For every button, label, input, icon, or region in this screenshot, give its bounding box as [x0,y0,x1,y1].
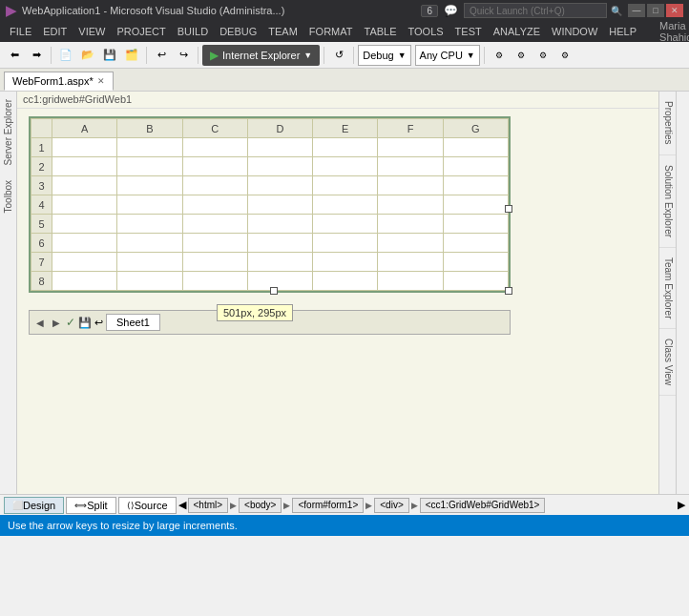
cell-6-E[interactable] [313,234,378,253]
cell-4-E[interactable] [313,195,378,215]
cell-5-C[interactable] [182,215,247,234]
class-view-tab[interactable]: Class View [659,329,676,396]
cell-3-D[interactable] [247,176,312,195]
server-explorer-tab[interactable]: Server Explorer [1,92,15,173]
bc-form[interactable]: <form#form1> [292,498,364,513]
cell-5-A[interactable] [52,215,117,234]
properties-panel-tab[interactable]: Properties [659,92,676,155]
maximize-button[interactable]: □ [647,4,664,17]
cell-4-B[interactable] [117,195,182,215]
cell-3-G[interactable] [443,176,508,195]
cell-6-G[interactable] [443,234,508,253]
team-explorer-tab[interactable]: Team Explorer [659,248,676,329]
cell-5-E[interactable] [313,215,378,234]
cell-4-D[interactable] [247,195,312,215]
tab-webform1[interactable]: WebForm1.aspx* ✕ [4,72,114,91]
sheet-confirm-icon[interactable]: ✓ [66,316,75,329]
undo-button[interactable]: ↩ [151,45,172,66]
cell-6-A[interactable] [52,234,117,253]
cell-6-C[interactable] [182,234,247,253]
cell-8-B[interactable] [117,272,182,291]
sheet-tab-1[interactable]: Sheet1 [106,314,160,331]
cell-5-G[interactable] [443,215,508,234]
new-file-button[interactable]: 📄 [55,45,76,66]
cell-8-F[interactable] [378,272,443,291]
menu-item-tools[interactable]: TOOLS [403,24,449,39]
cell-6-F[interactable] [378,234,443,253]
cell-2-D[interactable] [247,157,312,176]
sheet-undo-button[interactable]: ↩ [94,317,103,329]
tab-close-webform1[interactable]: ✕ [97,76,105,86]
menu-item-file[interactable]: FILE [4,24,37,39]
cell-4-F[interactable] [378,195,443,215]
cell-8-E[interactable] [313,272,378,291]
menu-item-view[interactable]: VIEW [73,24,111,39]
spreadsheet[interactable]: A B C D E F G 12345678 501px, 295px [29,116,511,293]
cell-1-C[interactable] [182,138,247,157]
run-button[interactable]: ▶ Internet Explorer ▼ [202,45,320,66]
cell-3-E[interactable] [313,176,378,195]
sheet-save-button[interactable]: 💾 [78,317,92,329]
cell-7-G[interactable] [443,253,508,272]
cell-2-B[interactable] [117,157,182,176]
cell-7-A[interactable] [52,253,117,272]
cell-5-D[interactable] [247,215,312,234]
refresh-button[interactable]: ↺ [328,45,349,66]
cell-6-B[interactable] [117,234,182,253]
menu-item-debug[interactable]: DEBUG [214,24,262,39]
cell-8-C[interactable] [182,272,247,291]
cell-4-A[interactable] [52,195,117,215]
quick-launch-input[interactable] [464,3,607,18]
cell-5-F[interactable] [378,215,443,234]
resize-handle-corner[interactable] [505,287,512,295]
cell-8-D[interactable] [247,272,312,291]
open-button[interactable]: 📂 [77,45,98,66]
breadcrumb-nav-left[interactable]: ◀ [178,499,186,511]
redo-button[interactable]: ↪ [173,45,194,66]
solution-explorer-tab[interactable]: Solution Explorer [659,155,676,248]
cell-3-F[interactable] [378,176,443,195]
menu-item-build[interactable]: BUILD [172,24,214,39]
cell-7-E[interactable] [313,253,378,272]
toolbox-tab[interactable]: Toolbox [1,173,15,220]
cell-7-F[interactable] [378,253,443,272]
sheet-nav-prev[interactable]: ◀ [33,317,47,329]
cell-2-C[interactable] [182,157,247,176]
menu-item-format[interactable]: FORMAT [303,24,359,39]
user-name[interactable]: Maria Shahid [654,18,689,45]
back-button[interactable]: ⬅ [4,45,25,66]
cell-1-G[interactable] [443,138,508,157]
cell-4-G[interactable] [443,195,508,215]
tool-btn-1[interactable]: ⚙ [489,45,510,66]
cell-8-G[interactable] [443,272,508,291]
cell-2-G[interactable] [443,157,508,176]
split-button[interactable]: ⟺ Split [66,497,115,514]
cpu-dropdown[interactable]: Any CPU ▼ [415,45,480,66]
bc-gridweb[interactable]: <cc1:GridWeb#GridWeb1> [420,498,546,513]
menu-item-table[interactable]: TABLE [358,24,402,39]
cell-2-E[interactable] [313,157,378,176]
breadcrumb-nav-right[interactable]: ▶ [678,499,685,511]
menu-item-help[interactable]: HELP [603,24,642,39]
cell-6-D[interactable] [247,234,312,253]
cell-1-A[interactable] [52,138,117,157]
cell-7-C[interactable] [182,253,247,272]
tool-btn-4[interactable]: ⚙ [554,45,575,66]
tool-btn-2[interactable]: ⚙ [511,45,532,66]
run-dropdown-icon[interactable]: ▼ [303,51,312,60]
resize-handle-bottom[interactable] [270,287,278,295]
debug-dropdown[interactable]: Debug ▼ [358,45,410,66]
cell-4-C[interactable] [182,195,247,215]
cell-2-F[interactable] [378,157,443,176]
comment-icon[interactable]: 💬 [444,4,458,17]
tool-btn-3[interactable]: ⚙ [532,45,553,66]
menu-item-window[interactable]: WINDOW [546,24,603,39]
cell-2-A[interactable] [52,157,117,176]
menu-item-test[interactable]: TEST [449,24,488,39]
menu-item-edit[interactable]: EDIT [37,24,73,39]
menu-item-project[interactable]: PROJECT [111,24,171,39]
close-button[interactable]: ✕ [666,4,683,17]
cell-3-A[interactable] [52,176,117,195]
save-all-button[interactable]: 🗂️ [121,45,142,66]
bc-html[interactable]: <html> [188,498,229,513]
